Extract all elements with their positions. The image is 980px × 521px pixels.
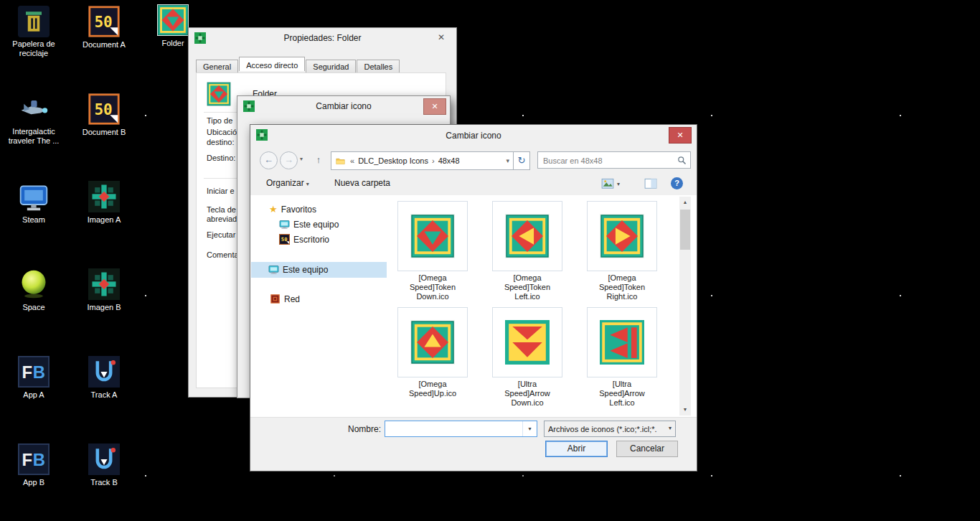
file-item-arrow-down[interactable]: [Ultra Speed]Arrow Down.ico (480, 307, 575, 408)
file-item-token-down[interactable]: [Omega Speed]Token Down.ico (385, 201, 480, 302)
change-icon-back-titlebar[interactable]: Cambiar icono ✕ (237, 96, 450, 117)
sidebar-label: Escritorio (293, 235, 329, 245)
svg-text:F: F (22, 362, 33, 382)
tab-general[interactable]: General (196, 60, 238, 72)
desktop-icon-imagen-b[interactable]: Imagen B (71, 268, 137, 313)
star-icon: ★ (269, 204, 278, 215)
token-up-icon (410, 320, 455, 365)
close-icon[interactable]: ✕ (669, 127, 692, 144)
desktop-icon-steam[interactable]: Steam (1, 181, 67, 225)
close-icon[interactable]: ✕ (430, 30, 452, 45)
svg-text:50: 50 (94, 13, 112, 31)
scroll-up-icon[interactable]: ▲ (679, 197, 691, 208)
views-dropdown-icon[interactable]: ▾ (617, 181, 620, 187)
desktop-icon-intergalactic[interactable]: Intergalactic traveler The ... (1, 93, 67, 146)
search-input[interactable] (542, 154, 672, 167)
change-icon-file-dialog: Cambiar icono ✕ ← → ▾ ↑ « DLC_Desktop Ic… (250, 124, 697, 471)
desktop-icon-label: Imagen A (88, 215, 121, 225)
desktop-icon-imagen-a[interactable]: Imagen A (71, 181, 137, 225)
steam-icon (18, 181, 50, 212)
help-icon[interactable]: ? (671, 177, 683, 189)
sidebar-item-escritorio[interactable]: 50Escritorio (279, 234, 329, 245)
desktop-icon-space[interactable]: Space (1, 268, 67, 313)
sidebar-item-favoritos[interactable]: ★Favoritos (269, 204, 316, 215)
file-thumbnail (587, 201, 657, 271)
desktop-icon-label: Track A (91, 390, 118, 400)
breadcrumb-overflow[interactable]: « (350, 156, 354, 165)
search-icon (677, 155, 687, 166)
file-item-arrow-left[interactable]: [Ultra Speed]Arrow Left.ico (575, 307, 669, 408)
desktop-icon-app-b[interactable]: FB App B (1, 443, 67, 488)
tab-seguridad[interactable]: Seguridad (306, 60, 356, 72)
token-right-icon (600, 214, 644, 258)
desktop-icon-document-a[interactable]: 50 Document A (71, 6, 137, 50)
views-icon[interactable] (600, 177, 615, 191)
sidebar-label: Red (284, 294, 300, 304)
address-dropdown-icon[interactable]: ▾ (506, 157, 509, 164)
forward-button[interactable]: → (280, 151, 298, 169)
file-item-token-right[interactable]: [Omega Speed]Token Right.ico (575, 201, 669, 302)
tab-acceso-directo[interactable]: Acceso directo (239, 57, 305, 71)
file-thumbnail (492, 307, 562, 377)
sidebar-item-este-equipo-fav[interactable]: Este equipo (279, 219, 339, 230)
desktop-icon-label: Steam (22, 215, 45, 225)
breadcrumb-root[interactable]: DLC_Desktop Icons (358, 156, 428, 165)
combo-dropdown-icon[interactable]: ▾ (522, 421, 537, 436)
svg-text:F: F (22, 450, 33, 469)
sidebar-item-este-equipo[interactable]: Este equipo (251, 262, 387, 278)
tab-detalles[interactable]: Detalles (357, 60, 400, 72)
window-title: Cambiar icono (250, 131, 697, 141)
file-label: [Omega Speed]Up.ico (402, 380, 463, 398)
desktop: Papelera de reciclaje 50 Document A Fold… (0, 0, 980, 521)
document-icon: 50 (88, 6, 120, 37)
file-item-up[interactable]: [Omega Speed]Up.ico (385, 307, 480, 399)
desktop-icon-label: Space (22, 303, 44, 312)
file-browser: ★Favoritos Este equipo 50Escritorio Este… (250, 195, 697, 417)
desktop-icon-app-a[interactable]: FB App A (1, 356, 67, 400)
properties-titlebar[interactable]: Propiedades: Folder ✕ (189, 28, 456, 49)
dialog-footer: Nombre: ▾ Archivos de iconos (*.ico;*.ic… (250, 417, 697, 471)
chevron-down-icon: ▾ (306, 181, 309, 187)
breadcrumb-current[interactable]: 48x48 (438, 156, 460, 165)
address-bar[interactable]: « DLC_Desktop Icons › 48x48 ▾ (331, 151, 514, 170)
back-button[interactable]: ← (260, 151, 278, 169)
desktop-icon-document-b[interactable]: 50 Document B (71, 93, 137, 138)
desktop-icon-track-a[interactable]: Track A (71, 356, 137, 400)
svg-text:B: B (33, 450, 45, 469)
file-name-input[interactable] (388, 423, 520, 436)
new-folder-button[interactable]: Nueva carpeta (334, 178, 390, 188)
file-name-combobox[interactable]: ▾ (385, 421, 537, 437)
sphere-icon (18, 268, 50, 300)
close-icon[interactable]: ✕ (423, 98, 446, 115)
file-item-token-left[interactable]: [Omega Speed]Token Left.ico (480, 201, 575, 302)
file-label: [Ultra Speed]Arrow Left.ico (591, 380, 653, 408)
desktop-icon-track-b[interactable]: Track B (71, 443, 137, 488)
desktop-icon-recycle-bin[interactable]: Papelera de reciclaje (1, 6, 67, 59)
image-icon (88, 268, 120, 300)
open-button[interactable]: Abrir (545, 441, 608, 457)
navigation-bar: ← → ▾ ↑ « DLC_Desktop Icons › 48x48 ▾ ↻ (250, 146, 697, 172)
organize-menu[interactable]: Organizar▾ (266, 178, 309, 188)
file-type-select[interactable]: Archivos de iconos (*.ico;*.icl;*. ▾ (544, 421, 676, 437)
refresh-button[interactable]: ↻ (514, 151, 530, 170)
recycle-bin-icon (18, 6, 50, 37)
file-type-value: Archivos de iconos (*.ico;*.icl;*. (548, 425, 661, 433)
cancel-button[interactable]: Cancelar (616, 441, 678, 457)
preview-pane-icon[interactable] (644, 177, 658, 191)
track-icon (88, 443, 120, 475)
up-button[interactable]: ↑ (311, 153, 326, 167)
command-bar: Organizar▾ Nueva carpeta ▾ ? (250, 172, 697, 196)
file-dialog-titlebar[interactable]: Cambiar icono ✕ (250, 125, 697, 146)
field-label-destino-sub: destino: (207, 138, 235, 146)
image-icon (88, 181, 120, 212)
breadcrumb-separator-icon: › (432, 156, 435, 165)
search-box[interactable] (537, 151, 691, 169)
vertical-scrollbar[interactable]: ▲ ▼ (679, 197, 691, 416)
sidebar-item-red[interactable]: Red (270, 294, 300, 304)
new-folder-label: Nueva carpeta (334, 178, 390, 188)
organize-label: Organizar (266, 178, 304, 188)
history-dropdown-icon[interactable]: ▾ (300, 156, 303, 162)
scrollbar-thumb[interactable] (680, 210, 690, 250)
field-label-iniciar: Iniciar e (207, 187, 235, 195)
scroll-down-icon[interactable]: ▼ (679, 404, 691, 416)
